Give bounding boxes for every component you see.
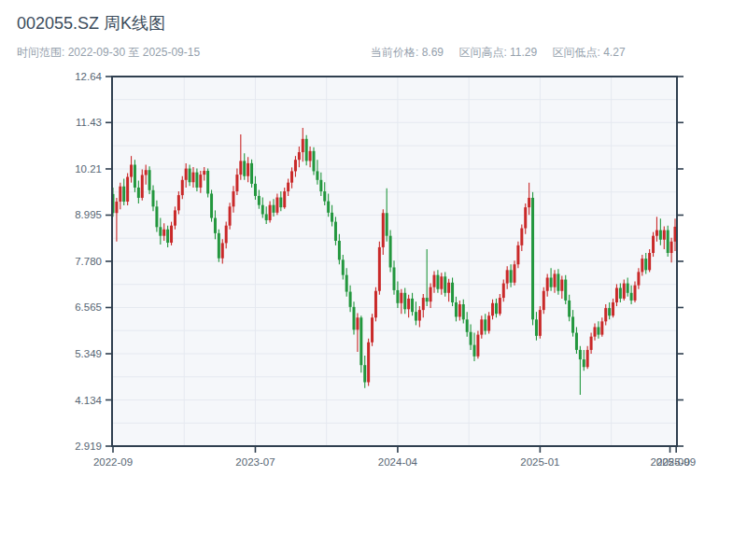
candle-body-up [400, 293, 402, 303]
candle-body-up [670, 242, 673, 253]
candle-body-down [455, 302, 458, 316]
candle-body-up [115, 202, 118, 213]
candle-body-down [386, 213, 388, 235]
candle-body-up [126, 177, 129, 202]
candle-body-up [433, 275, 436, 287]
candle-body-down [279, 198, 282, 208]
candle-body-up [130, 165, 133, 177]
candle-body-down [415, 312, 417, 320]
y-tick-label: 7.780 [75, 256, 102, 267]
candle-body-down [466, 319, 469, 331]
candle-body-up [641, 259, 643, 272]
y-tick-label: 5.349 [75, 348, 102, 359]
candle-body-down [323, 191, 326, 202]
candle-body-up [382, 213, 385, 247]
candle-body-down [319, 180, 322, 191]
candle-body-down [359, 317, 362, 365]
candle-body-up [634, 286, 637, 301]
candle-body-down [571, 316, 574, 332]
candle-body-up [514, 264, 516, 283]
candle-body-up [283, 191, 286, 207]
candle-body-up [524, 207, 527, 228]
candle-body-down [334, 222, 337, 241]
candle-body-up [604, 308, 607, 321]
candle-body-up [543, 291, 545, 310]
candle-body-up [192, 173, 195, 183]
candle-body-up [476, 335, 479, 357]
candle-body-up [309, 151, 312, 161]
candle-body-up [239, 161, 242, 175]
candle-body-up [594, 327, 597, 336]
candle-body-down [214, 218, 217, 233]
candle-body-down [349, 292, 352, 307]
y-tick-label: 2.919 [75, 441, 102, 452]
candle-body-down [393, 267, 396, 289]
candle-body-up [499, 298, 501, 314]
candle-body-down [473, 345, 476, 357]
candle-body-down [137, 188, 140, 198]
candle-body-up [652, 236, 655, 253]
candle-body-down [462, 304, 465, 319]
candle-body-down [531, 198, 534, 319]
candle-body-up [233, 191, 235, 206]
candle-body-up [407, 299, 410, 309]
candle-body-up [119, 187, 121, 202]
chart-title: 002055.SZ 周K线图 [17, 12, 165, 35]
range-high-label: 区间高点: 11.29 [458, 46, 537, 59]
candle-body-up [655, 231, 658, 236]
candle-body-down [206, 171, 209, 193]
stats-row: 当前价格: 8.69 区间高点: 11.29 区间低点: 4.27 [371, 45, 638, 61]
candle-body-up [539, 310, 542, 336]
candle-body-down [159, 227, 162, 235]
candle-body-up [560, 280, 563, 291]
candle-body-up [302, 139, 304, 152]
candle-body-down [155, 206, 158, 227]
candle-body-down [258, 196, 261, 205]
candle-body-up [586, 350, 589, 367]
candle-body-down [122, 187, 125, 202]
x-tick-label: 2024-04 [378, 456, 418, 468]
candle-body-up [612, 302, 614, 315]
candle-body-down [597, 327, 599, 334]
candle-body-up [374, 291, 377, 318]
candle-body-up [648, 253, 651, 270]
candle-body-up [520, 229, 523, 245]
candle-body-down [451, 283, 454, 302]
x-tick-label: 2025-01 [520, 456, 559, 468]
candle-body-up [185, 169, 188, 180]
candle-body-down [195, 173, 198, 188]
candle-body-up [141, 175, 144, 198]
candle-body-up [199, 175, 202, 188]
candle-body-up [418, 310, 421, 320]
candle-body-up [177, 195, 180, 210]
candle-body-down [484, 319, 486, 330]
candle-body-down [273, 205, 275, 213]
candle-body-down [583, 359, 585, 367]
y-tick-label: 8.995 [75, 209, 102, 220]
candle-body-up [356, 317, 359, 329]
candle-body-down [644, 259, 647, 270]
candle-body-up [298, 152, 301, 160]
candle-body-up [430, 287, 432, 301]
candle-body-down [608, 308, 611, 315]
candle-body-up [590, 337, 593, 350]
candle-body-up [422, 298, 425, 310]
candle-body-down [564, 280, 567, 301]
candle-body-down [189, 169, 191, 183]
candle-body-down [568, 301, 571, 317]
candle-body-down [254, 184, 257, 196]
candle-body-down [579, 350, 582, 359]
candle-body-down [627, 284, 629, 293]
candle-body-down [166, 230, 169, 243]
candle-body-down [353, 307, 356, 329]
candle-body-up [487, 315, 490, 330]
candle-body-up [663, 231, 666, 240]
candle-body-up [458, 304, 461, 316]
x-tick-label: 2025-09 [656, 456, 696, 468]
candle-body-down [495, 303, 498, 314]
candle-body-down [243, 161, 246, 175]
candle-body-down [659, 231, 662, 240]
candle-body-down [363, 365, 366, 382]
candle-body-down [619, 287, 622, 298]
candle-body-up [269, 205, 272, 220]
